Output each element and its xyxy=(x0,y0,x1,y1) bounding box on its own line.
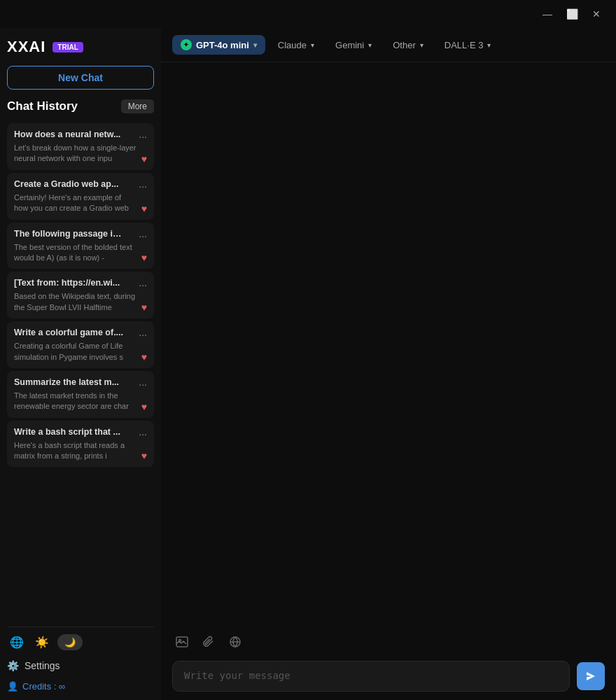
model-tabs: ✦ GPT-4o mini ▾ Claude ▾ Gemini ▾ Other … xyxy=(161,28,616,62)
chat-item-menu[interactable]: ... xyxy=(139,129,147,140)
chat-history-title: Chat History xyxy=(7,99,78,113)
sidebar: XXAI TRIAL New Chat Chat History More Ho… xyxy=(0,28,161,700)
list-item[interactable]: [Text from: https://en.wi... ... Based o… xyxy=(7,272,154,318)
chat-item-preview: The best version of the bolded text woul… xyxy=(14,242,137,264)
favorite-icon[interactable]: ♥ xyxy=(141,252,147,263)
favorite-icon[interactable]: ♥ xyxy=(141,450,147,461)
chat-item-menu[interactable]: ... xyxy=(139,426,147,438)
chat-item-title: How does a neural netw... xyxy=(14,130,120,139)
chat-item-title: Create a Gradio web ap... xyxy=(14,179,118,189)
list-item[interactable]: How does a neural netw... ... Let's brea… xyxy=(7,123,154,170)
chat-item-title: The following passage is.... xyxy=(14,229,126,239)
message-input[interactable] xyxy=(172,661,570,692)
chevron-down-icon: ▾ xyxy=(420,41,424,49)
more-button[interactable]: More xyxy=(121,99,154,113)
chat-item-menu[interactable]: ... xyxy=(139,327,147,338)
image-upload-button[interactable] xyxy=(172,632,192,655)
chat-item-preview: Here's a bash script that reads a matrix… xyxy=(14,440,137,462)
top-bar: — ⬜ ✕ xyxy=(0,0,616,28)
send-button[interactable] xyxy=(577,662,605,690)
chat-item-title: Write a bash script that ... xyxy=(14,427,120,437)
chat-item-menu[interactable]: ... xyxy=(139,377,147,388)
moon-icon: 🌙 xyxy=(64,637,76,648)
main-layout: XXAI TRIAL New Chat Chat History More Ho… xyxy=(0,28,616,700)
tab-dalle3-label: DALL·E 3 xyxy=(444,40,484,50)
tab-gemini[interactable]: Gemini ▾ xyxy=(327,36,380,55)
tab-gpt4o-mini-label: GPT-4o mini xyxy=(196,40,249,50)
list-item[interactable]: Write a colorful game of.... ... Creatin… xyxy=(7,321,154,368)
chat-item-preview: Based on the Wikipedia text, during the … xyxy=(14,291,137,313)
list-item[interactable]: Create a Gradio web ap... ... Certainly!… xyxy=(7,173,154,220)
chevron-down-icon: ▾ xyxy=(311,41,314,49)
theme-planet-button[interactable]: 🌐 xyxy=(7,633,27,652)
chat-item-title: Summarize the latest m... xyxy=(14,377,119,387)
sidebar-bottom: 🌐 ☀️ 🌙 ⚙️ Settings 👤 Credits : ∞ xyxy=(7,626,154,693)
chat-area xyxy=(161,62,616,624)
maximize-button[interactable]: ⬜ xyxy=(562,7,582,21)
tab-gpt4o-mini[interactable]: ✦ GPT-4o mini ▾ xyxy=(172,35,265,55)
favorite-icon[interactable]: ♥ xyxy=(141,401,147,412)
credits-label: Credits : ∞ xyxy=(22,681,65,692)
favorite-icon[interactable]: ♥ xyxy=(141,153,147,164)
tab-other[interactable]: Other ▾ xyxy=(384,36,432,55)
chevron-down-icon: ▾ xyxy=(253,41,257,49)
close-button[interactable]: ✕ xyxy=(588,7,605,21)
chat-item-menu[interactable]: ... xyxy=(139,277,147,288)
chat-list: How does a neural netw... ... Let's brea… xyxy=(7,123,154,620)
input-area xyxy=(161,624,616,700)
chat-item-preview: Creating a colorful Game of Life simulat… xyxy=(14,341,137,363)
tab-claude[interactable]: Claude ▾ xyxy=(270,36,323,55)
tab-dalle3[interactable]: DALL·E 3 ▾ xyxy=(436,36,500,55)
logo-area: XXAI TRIAL xyxy=(7,35,154,59)
chat-history-header: Chat History More xyxy=(7,97,154,116)
settings-row[interactable]: ⚙️ Settings xyxy=(7,657,154,674)
settings-label: Settings xyxy=(24,660,60,671)
theme-toggles: 🌐 ☀️ 🌙 xyxy=(7,633,154,652)
chat-item-title: [Text from: https://en.wi... xyxy=(14,278,120,288)
list-item[interactable]: Write a bash script that ... ... Here's … xyxy=(7,421,154,468)
tab-other-label: Other xyxy=(393,40,416,50)
attachment-button[interactable] xyxy=(199,632,218,655)
input-toolbar xyxy=(172,632,605,655)
theme-dark-button[interactable]: 🌙 xyxy=(57,634,83,650)
trial-badge: TRIAL xyxy=(52,42,83,52)
chat-item-preview: Certainly! Here's an example of how you … xyxy=(14,192,137,214)
globe-button[interactable] xyxy=(225,632,245,655)
main-content: ✦ GPT-4o mini ▾ Claude ▾ Gemini ▾ Other … xyxy=(161,28,616,700)
list-item[interactable]: The following passage is.... ... The bes… xyxy=(7,223,154,270)
tab-claude-label: Claude xyxy=(278,40,307,50)
gpt-icon: ✦ xyxy=(181,39,192,50)
favorite-icon[interactable]: ♥ xyxy=(141,302,147,313)
app-logo: XXAI xyxy=(7,38,46,56)
minimize-button[interactable]: — xyxy=(538,7,556,21)
tab-gemini-label: Gemini xyxy=(335,40,364,50)
chat-item-preview: The latest market trends in the renewabl… xyxy=(14,391,137,412)
chat-item-menu[interactable]: ... xyxy=(139,228,147,239)
chat-item-title: Write a colorful game of.... xyxy=(14,328,123,337)
window-controls: — ⬜ ✕ xyxy=(538,7,605,21)
list-item[interactable]: Summarize the latest m... ... The latest… xyxy=(7,371,154,418)
chevron-down-icon: ▾ xyxy=(487,41,491,49)
credits-row: 👤 Credits : ∞ xyxy=(7,680,154,693)
input-box-row xyxy=(172,661,605,692)
favorite-icon[interactable]: ♥ xyxy=(141,351,147,363)
chat-item-menu[interactable]: ... xyxy=(139,178,147,190)
favorite-icon[interactable]: ♥ xyxy=(141,203,147,214)
chevron-down-icon: ▾ xyxy=(368,41,372,49)
settings-icon: ⚙️ xyxy=(7,660,19,671)
theme-light-button[interactable]: ☀️ xyxy=(32,633,52,652)
new-chat-button[interactable]: New Chat xyxy=(7,66,154,90)
chat-item-preview: Let's break down how a single-layer neur… xyxy=(14,143,137,164)
credits-icon: 👤 xyxy=(7,681,18,692)
